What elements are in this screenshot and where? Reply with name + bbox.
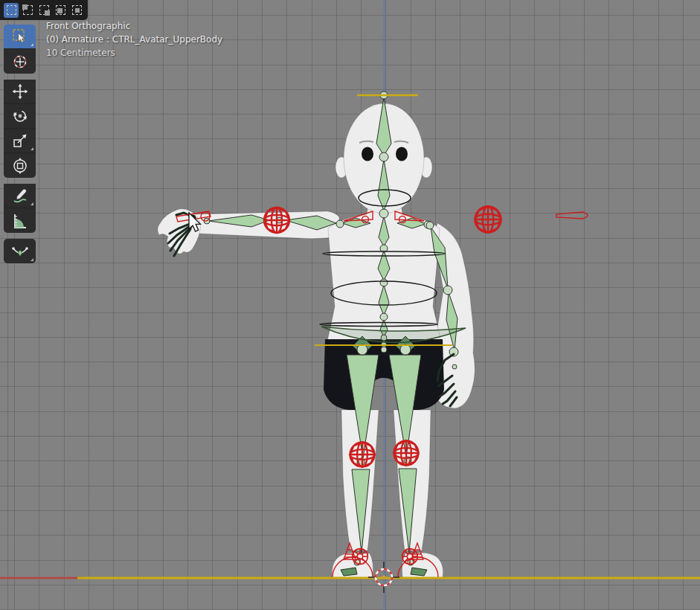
active-object-label: (0) Armature : CTRL_Avatar_UpperBody	[46, 33, 222, 46]
tool-rotate[interactable]	[4, 104, 36, 129]
tool-select-box[interactable]	[4, 25, 36, 49]
move-icon	[11, 83, 29, 100]
select-intersect-icon	[72, 5, 82, 15]
tool-pose-breakdowner[interactable]	[4, 239, 36, 263]
rotate-icon	[11, 107, 29, 125]
blender-3d-viewport[interactable]: Front Orthographic (0) Armature : CTRL_A…	[0, 0, 700, 610]
measure-icon	[11, 212, 29, 230]
elbow-sphere-control-left[interactable]	[264, 208, 289, 233]
select-mode-set[interactable]	[4, 3, 19, 18]
ik-sphere-control-floating[interactable]	[475, 207, 501, 233]
cursor-tool-icon	[11, 53, 29, 71]
scale-icon	[11, 132, 29, 150]
eye-right	[396, 147, 408, 161]
select-mode-intersect[interactable]	[69, 3, 84, 18]
tool-measure[interactable]	[4, 208, 36, 233]
ik-blade-control-floating[interactable]	[556, 212, 588, 219]
tool-scale[interactable]	[4, 129, 36, 153]
scene-canvas[interactable]	[0, 0, 700, 610]
grid-scale-label: 10 Centimeters	[46, 46, 222, 60]
character-mesh	[158, 103, 475, 577]
knee-sphere-control-left[interactable]	[350, 443, 375, 467]
select-mode-extend[interactable]	[20, 3, 35, 18]
tool-shelf	[4, 25, 36, 269]
view-name-label: Front Orthographic	[46, 19, 222, 33]
select-box-icon	[11, 28, 29, 45]
select-mode-subtract[interactable]	[36, 3, 51, 18]
tool-move[interactable]	[4, 80, 36, 104]
viewport-overlay-text: Front Orthographic (0) Armature : CTRL_A…	[46, 19, 222, 60]
select-set-icon	[7, 5, 16, 15]
transform-icon	[11, 157, 29, 175]
knee-sphere-control-right[interactable]	[394, 441, 419, 466]
select-mode-invert[interactable]	[53, 3, 68, 18]
tool-annotate[interactable]	[4, 184, 36, 208]
select-extend-icon	[23, 5, 33, 15]
select-invert-icon	[56, 5, 65, 15]
pose-breakdowner-icon	[11, 243, 29, 260]
eye-left	[362, 147, 373, 161]
select-mode-bar	[0, 0, 88, 20]
select-subtract-icon	[39, 5, 49, 15]
annotate-icon	[11, 187, 29, 205]
tool-transform[interactable]	[4, 153, 36, 178]
tool-cursor[interactable]	[4, 49, 36, 74]
